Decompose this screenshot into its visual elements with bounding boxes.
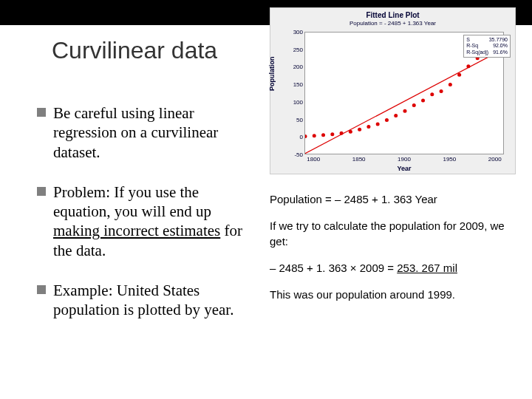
- chart-subtitle: Population = - 2485 + 1.363 Year: [270, 20, 515, 27]
- svg-point-16: [440, 89, 443, 93]
- chart-ytick: 200: [281, 64, 303, 70]
- text-frag-underline: 253. 267 mil: [397, 262, 457, 274]
- svg-point-7: [358, 128, 361, 132]
- chart-ylabel: Population: [268, 57, 276, 92]
- chart-ytick: -50: [281, 151, 303, 158]
- svg-point-2: [313, 134, 316, 137]
- text-frag-underline: making incorrect estimates: [53, 222, 220, 239]
- chart-xtick: 1900: [398, 156, 411, 163]
- bullet-marker-icon: [37, 108, 46, 117]
- bullet-item: Example: United States population is plo…: [37, 281, 259, 320]
- bullet-item: Problem: If you use the equation, you wi…: [37, 183, 259, 260]
- svg-point-11: [394, 114, 398, 117]
- chart-xtick: 1800: [307, 156, 320, 163]
- fitted-line-plot: Fitted Line Plot Population = - 2485 + 1…: [270, 7, 516, 174]
- equation-text: Population = – 2485 + 1. 363 Year: [270, 192, 525, 207]
- svg-point-18: [457, 73, 461, 77]
- chart-ytick: 300: [281, 29, 303, 35]
- legend-val: 35.7790: [489, 37, 508, 43]
- text-frag: – 2485 + 1. 363 × 2009 =: [270, 262, 397, 274]
- svg-point-8: [366, 125, 370, 129]
- legend-key: R-Sq: [466, 43, 478, 49]
- svg-point-19: [466, 64, 470, 68]
- calc-line: – 2485 + 1. 363 × 2009 = 253. 267 mil: [270, 261, 525, 276]
- slide-title: Curvilinear data: [52, 37, 217, 64]
- bullet-list: Be careful using linear regression on a …: [37, 103, 259, 340]
- chart-ytick: 0: [281, 134, 303, 140]
- right-column: Population = – 2485 + 1. 363 Year If we …: [270, 192, 525, 314]
- chart-ytick: 250: [281, 46, 303, 52]
- bullet-text: Be careful using linear regression on a …: [53, 103, 259, 162]
- chart-legend: S35.7790 R-Sq92.0% R-Sq(adj)91.6%: [463, 35, 511, 58]
- legend-val: 91.6%: [493, 50, 508, 55]
- svg-point-14: [421, 99, 425, 103]
- legend-key: R-Sq(adj): [466, 50, 488, 55]
- calc-intro: If we try to calculate the population fo…: [270, 219, 525, 249]
- svg-point-5: [340, 132, 344, 135]
- legend-key: S: [466, 37, 470, 43]
- chart-xtick: 2000: [488, 156, 502, 163]
- svg-point-1: [305, 134, 307, 138]
- svg-point-9: [376, 122, 380, 126]
- bullet-marker-icon: [37, 187, 46, 196]
- svg-point-4: [330, 132, 334, 136]
- chart-ytick: 100: [281, 98, 303, 105]
- chart-xtick: 1850: [352, 156, 366, 163]
- svg-point-13: [412, 103, 416, 107]
- svg-point-15: [430, 92, 434, 96]
- svg-point-12: [403, 109, 407, 113]
- svg-point-17: [449, 83, 452, 86]
- svg-line-0: [305, 49, 505, 154]
- chart-ytick: 150: [281, 81, 303, 88]
- chart-xtick: 1950: [443, 156, 456, 163]
- svg-point-6: [349, 130, 352, 134]
- bullet-item: Be careful using linear regression on a …: [37, 103, 259, 162]
- bullet-text: Example: United States population is plo…: [53, 281, 259, 320]
- text-frag: Problem: If you use the equation, you wi…: [53, 183, 211, 220]
- chart-title: Fitted Line Plot: [270, 11, 515, 19]
- svg-point-3: [321, 133, 325, 137]
- chart-ytick: 50: [281, 116, 303, 123]
- legend-val: 92.0%: [493, 43, 508, 49]
- bullet-marker-icon: [37, 285, 46, 294]
- calc-note: This was our population around 1999.: [270, 287, 525, 302]
- svg-point-10: [385, 118, 389, 122]
- bullet-text: Problem: If you use the equation, you wi…: [53, 183, 259, 260]
- chart-xlabel: Year: [304, 165, 504, 172]
